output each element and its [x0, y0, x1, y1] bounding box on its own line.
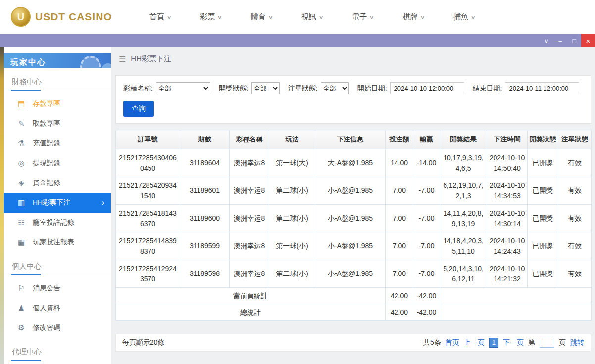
- prev-page-link[interactable]: 上一页: [464, 338, 485, 347]
- sidebar-item-label: HH彩票下注: [33, 198, 70, 207]
- draw-status-label: 開獎狀態:: [219, 84, 248, 93]
- table-cell: 有效: [558, 260, 592, 288]
- table-cell: 2024-10-10 14:50:40: [487, 149, 528, 177]
- table-cell: -7.00: [413, 205, 440, 232]
- bell-icon: ⚐: [17, 284, 26, 293]
- money-icon: ◈: [17, 179, 26, 187]
- nav-item-label: 電子: [352, 12, 367, 22]
- goto-page-button[interactable]: 跳转: [570, 338, 584, 347]
- table-cell: 已開獎: [528, 205, 558, 232]
- sidebar-item-hh-lottery-bets[interactable]: ▥HH彩票下注›: [4, 193, 111, 213]
- table-cell: 已開獎: [528, 177, 558, 205]
- sidebar-item-recharge-record[interactable]: ⚗充值記錄: [4, 134, 111, 153]
- grand-summary-win-loss: -42.00: [413, 304, 440, 320]
- draw-status-select[interactable]: 全部: [251, 82, 280, 94]
- window-maximize-icon[interactable]: □: [567, 34, 581, 47]
- bets-table: 訂單號期數彩種名稱玩法下注信息投注額輸贏開獎結果下注時間開獎狀態注單狀態 215…: [115, 130, 592, 321]
- table-cell: 有效: [558, 232, 592, 260]
- table-cell: 小-A盤@1.985: [315, 205, 386, 232]
- nav-item-lottery[interactable]: 彩票∨: [200, 12, 221, 22]
- first-page-link[interactable]: 首页: [446, 338, 459, 347]
- sidebar-item-change-password[interactable]: ⚙修改密碼: [4, 318, 111, 338]
- table-cell: 已開獎: [528, 149, 558, 177]
- nav-item-slots[interactable]: 電子∨: [352, 12, 373, 22]
- sidebar-item-funds-record[interactable]: ◈資金記錄: [4, 173, 111, 193]
- start-date-input[interactable]: [390, 82, 464, 94]
- card-icon: ▥: [17, 198, 26, 207]
- table-cell: 第二球(小): [269, 260, 315, 288]
- table-cell: -7.00: [413, 260, 440, 288]
- nav-item-label: 彩票: [200, 12, 215, 22]
- sidebar-item-label: 充值記錄: [33, 139, 60, 148]
- column-header: 輸贏: [413, 130, 440, 149]
- top-nav: 首頁∨彩票∨體育∨視訊∨電子∨棋牌∨捕魚∨: [149, 12, 475, 22]
- table-cell: 澳洲幸运8: [230, 232, 269, 260]
- sidebar-item-withdrawal-record[interactable]: ◎提現記錄: [4, 153, 111, 173]
- sidebar-item-room-bet-record[interactable]: ☷廳室投註記錄: [4, 213, 111, 232]
- personal-menu: ⚐消息公告♟個人資料⚙修改密碼: [4, 275, 111, 338]
- next-page-link[interactable]: 下一页: [503, 338, 524, 347]
- window-minimize-icon[interactable]: –: [553, 34, 567, 47]
- nav-item-fishing[interactable]: 捕魚∨: [453, 12, 475, 22]
- sidebar-item-withdraw[interactable]: ✎取款專區: [4, 114, 111, 134]
- table-cell: 14.00: [386, 149, 413, 177]
- section-label-personal: 個人中心: [4, 255, 111, 275]
- menu-icon[interactable]: ☰: [119, 54, 126, 64]
- sidebar-item-announcements[interactable]: ⚐消息公告: [4, 278, 111, 298]
- table-cell: 已開獎: [528, 260, 558, 288]
- nav-item-sports[interactable]: 體育∨: [251, 12, 272, 22]
- table-cell: 有效: [558, 205, 592, 232]
- table-cell: 已開獎: [528, 232, 558, 260]
- sidebar-item-label: 個人資料: [33, 304, 60, 313]
- nav-item-live-video[interactable]: 視訊∨: [301, 12, 323, 22]
- page-title: HH彩票下注: [131, 54, 171, 64]
- table-cell: 14,11,4,20,8,9,13,19: [440, 205, 487, 232]
- table-cell: -14.00: [413, 149, 440, 177]
- page-summary-label: 當前頁統計: [116, 288, 386, 304]
- chevron-down-icon: ∨: [420, 14, 425, 20]
- current-page-badge[interactable]: 1: [489, 338, 498, 348]
- page-title-row: ☰ HH彩票下注: [111, 47, 595, 70]
- chevron-down-icon: ∨: [268, 14, 273, 20]
- nav-item-label: 體育: [251, 12, 266, 22]
- end-date-input[interactable]: [505, 82, 579, 94]
- lottery-name-select[interactable]: 全部: [156, 82, 210, 94]
- window-close-icon[interactable]: ×: [581, 34, 595, 47]
- sidebar-item-label: 資金記錄: [33, 179, 60, 187]
- table-cell: 5,20,14,3,10,6,12,11: [440, 260, 487, 288]
- brand-name: USDT CASINO: [35, 11, 112, 23]
- table-cell: 2024-10-10 14:21:32: [487, 260, 528, 288]
- table-cell: -7.00: [413, 232, 440, 260]
- finance-menu: ▤存款專區✎取款專區⚗充值記錄◎提現記錄◈資金記錄▥HH彩票下注›☷廳室投註記錄…: [4, 91, 111, 252]
- goto-suffix-label: 页: [559, 338, 566, 347]
- nav-item-home[interactable]: 首頁∨: [149, 12, 171, 22]
- order-status-label: 注單狀態:: [288, 84, 318, 93]
- table-cell: 7.00: [386, 177, 413, 205]
- table-cell: 2152172854209341540: [116, 177, 180, 205]
- goto-page-input[interactable]: [540, 338, 554, 348]
- grand-summary-bet-total: 42.00: [386, 304, 413, 320]
- order-status-select[interactable]: 全部: [321, 82, 349, 94]
- stamp-icon: ◎: [17, 159, 26, 168]
- table-cell: 第二球(小): [269, 177, 315, 205]
- table-cell: 2024-10-10 14:24:43: [487, 232, 528, 260]
- sidebar-item-deposit[interactable]: ▤存款專區: [4, 94, 111, 114]
- chevron-down-icon: ∨: [217, 14, 222, 20]
- grand-summary-label: 總統計: [116, 304, 386, 320]
- column-header: 下注時間: [487, 130, 528, 149]
- table-cell: 第二球(小): [269, 205, 315, 232]
- summary-body: 當前頁統計 42.00 -42.00 總統計 42.00 -42.00: [116, 288, 592, 321]
- brand-logo[interactable]: U USDT CASINO: [11, 7, 134, 27]
- players-center-banner: 玩家中心 PLAYERS CENTER: [4, 53, 111, 68]
- column-header: 期數: [180, 130, 230, 149]
- sidebar-item-player-bet-report[interactable]: ▦玩家投注報表: [4, 232, 111, 252]
- empty-cell: [440, 304, 592, 320]
- table-row: 215217285420934154031189601澳洲幸运8第二球(小)小-…: [116, 177, 592, 205]
- window-collapse-icon[interactable]: ∨: [540, 34, 553, 47]
- sidebar-item-label: 取款專區: [33, 119, 60, 128]
- table-cell: 2152172854304060450: [116, 149, 180, 177]
- table-cell: 2024-10-10 14:34:53: [487, 177, 528, 205]
- query-button[interactable]: 查詢: [123, 101, 154, 117]
- sidebar-item-profile[interactable]: ♟個人資料: [4, 298, 111, 318]
- nav-item-chess-cards[interactable]: 棋牌∨: [403, 12, 424, 22]
